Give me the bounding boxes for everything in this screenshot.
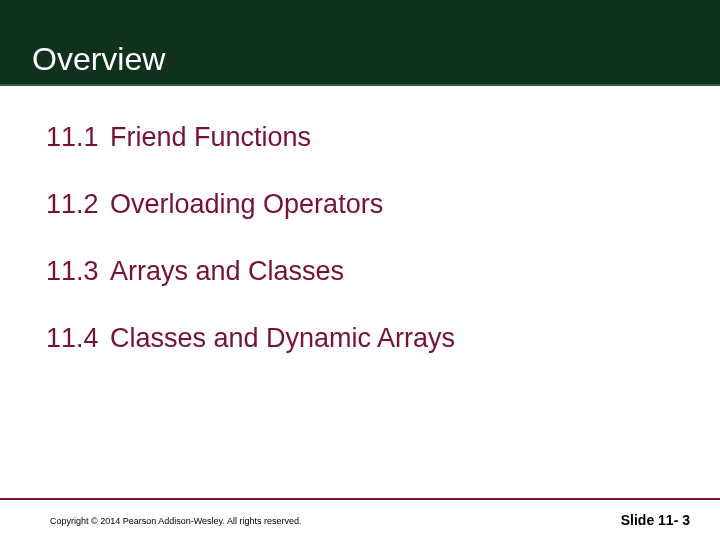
item-number: 11.3 — [46, 256, 110, 287]
footer-divider — [0, 498, 720, 500]
item-label: Arrays and Classes — [110, 256, 344, 286]
slide: Overview 11.1Friend Functions 11.2Overlo… — [0, 0, 720, 540]
list-item[interactable]: 11.2Overloading Operators — [46, 189, 720, 220]
slide-number: Slide 11- 3 — [621, 512, 690, 528]
item-number: 11.1 — [46, 122, 110, 153]
item-number: 11.2 — [46, 189, 110, 220]
header-bar: Overview — [0, 0, 720, 86]
header-underline — [0, 84, 720, 86]
item-label: Friend Functions — [110, 122, 311, 152]
slide-title: Overview — [32, 41, 165, 78]
content-area: 11.1Friend Functions 11.2Overloading Ope… — [0, 86, 720, 354]
list-item[interactable]: 11.3Arrays and Classes — [46, 256, 720, 287]
item-label: Overloading Operators — [110, 189, 383, 219]
footer: Copyright © 2014 Pearson Addison-Wesley.… — [0, 498, 720, 540]
list-item[interactable]: 11.4Classes and Dynamic Arrays — [46, 323, 720, 354]
item-number: 11.4 — [46, 323, 110, 354]
item-label: Classes and Dynamic Arrays — [110, 323, 455, 353]
list-item[interactable]: 11.1Friend Functions — [46, 122, 720, 153]
copyright-text: Copyright © 2014 Pearson Addison-Wesley.… — [50, 516, 301, 526]
